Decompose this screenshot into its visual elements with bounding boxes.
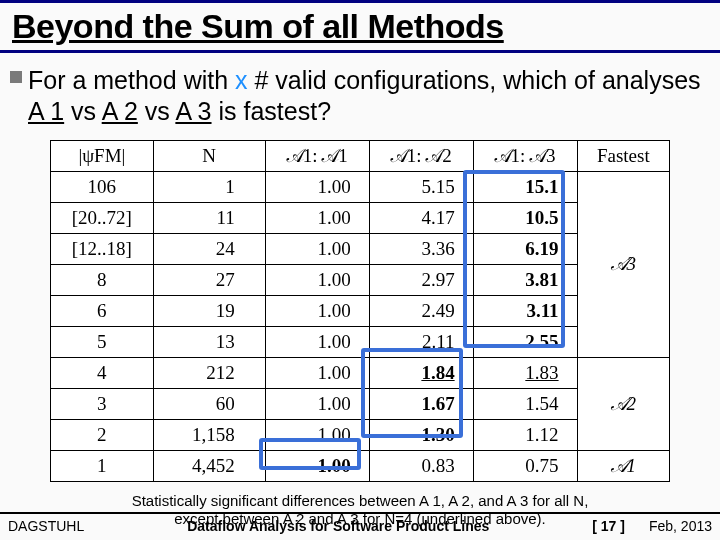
cell-psi: 2: [51, 419, 154, 450]
cell-a1a3: 3.11: [473, 295, 577, 326]
cell-a1a1: 1.00: [265, 202, 369, 233]
body-a1: A 1: [28, 97, 64, 125]
cell-n: 60: [153, 388, 265, 419]
table-header-row: |ψFM| N 𝒜1: 𝒜1 𝒜1: 𝒜2 𝒜1: 𝒜3 Fastest: [51, 140, 670, 171]
body-tail: is fastest?: [218, 97, 331, 125]
cell-a1a2: 1.84: [369, 357, 473, 388]
th-fastest: Fastest: [577, 140, 669, 171]
table-row: 21,1581.001.301.12: [51, 419, 670, 450]
body-vs2: vs: [145, 97, 176, 125]
footer-date: Feb, 2013: [649, 518, 712, 534]
cell-psi: 1: [51, 450, 154, 481]
cell-psi: 6: [51, 295, 154, 326]
cell-n: 11: [153, 202, 265, 233]
th-psi: |ψFM|: [51, 140, 154, 171]
cell-a1a3: 3.81: [473, 264, 577, 295]
cell-a1a2: 2.11: [369, 326, 473, 357]
footer: DAGSTUHL Dataflow Analysis for Software …: [0, 512, 720, 534]
cell-psi: [12..18]: [51, 233, 154, 264]
cell-fastest: 𝒜2: [577, 357, 669, 450]
table-row: 14,4521.000.830.75𝒜1: [51, 450, 670, 481]
body-a3: A 3: [175, 97, 211, 125]
cell-a1a3: 2.55: [473, 326, 577, 357]
cell-a1a1: 1.00: [265, 264, 369, 295]
table-row: 6191.002.493.11: [51, 295, 670, 326]
cell-n: 19: [153, 295, 265, 326]
body-vs1: vs: [71, 97, 102, 125]
table-row: [20..72]111.004.1710.5: [51, 202, 670, 233]
th-n: N: [153, 140, 265, 171]
cell-n: 1: [153, 171, 265, 202]
cell-a1a1: 1.00: [265, 171, 369, 202]
th-a1a2: 𝒜1: 𝒜2: [369, 140, 473, 171]
bullet-icon: [10, 71, 22, 83]
body-x: x: [235, 66, 248, 94]
cell-a1a1: 1.00: [265, 295, 369, 326]
cell-psi: 3: [51, 388, 154, 419]
cell-n: 13: [153, 326, 265, 357]
cell-a1a3: 1.12: [473, 419, 577, 450]
cell-a1a3: 10.5: [473, 202, 577, 233]
cell-a1a3: 6.19: [473, 233, 577, 264]
caption-line1: Statistically significant differences be…: [132, 492, 589, 509]
cell-a1a2: 4.17: [369, 202, 473, 233]
table-row: [12..18]241.003.366.19: [51, 233, 670, 264]
cell-n: 4,452: [153, 450, 265, 481]
cell-a1a3: 0.75: [473, 450, 577, 481]
cell-psi: 106: [51, 171, 154, 202]
cell-a1a1: 1.00: [265, 357, 369, 388]
footer-venue: DAGSTUHL: [8, 518, 84, 534]
cell-a1a3: 1.54: [473, 388, 577, 419]
footer-title: Dataflow Analysis for Software Product L…: [84, 518, 592, 534]
body-a2: A 2: [102, 97, 138, 125]
title-bar: Beyond the Sum of all Methods: [0, 0, 720, 53]
body-mid1: # valid configurations, which of analyse…: [254, 66, 700, 94]
cell-n: 1,158: [153, 419, 265, 450]
table-row: 5131.002.112.55: [51, 326, 670, 357]
cell-a1a3: 15.1: [473, 171, 577, 202]
th-a1a1: 𝒜1: 𝒜1: [265, 140, 369, 171]
page-title: Beyond the Sum of all Methods: [12, 7, 708, 46]
cell-a1a2: 3.36: [369, 233, 473, 264]
cell-n: 212: [153, 357, 265, 388]
cell-fastest: 𝒜3: [577, 171, 669, 357]
results-table: |ψFM| N 𝒜1: 𝒜1 𝒜1: 𝒜2 𝒜1: 𝒜3 Fastest 106…: [50, 140, 670, 482]
cell-a1a1: 1.00: [265, 419, 369, 450]
cell-psi: 8: [51, 264, 154, 295]
cell-n: 24: [153, 233, 265, 264]
body-paragraph: For a method with x # valid configuratio…: [0, 53, 720, 136]
table-wrap: |ψFM| N 𝒜1: 𝒜1 𝒜1: 𝒜2 𝒜1: 𝒜3 Fastest 106…: [50, 140, 670, 482]
cell-a1a2: 2.49: [369, 295, 473, 326]
cell-psi: [20..72]: [51, 202, 154, 233]
cell-a1a3: 1.83: [473, 357, 577, 388]
table-row: 10611.005.1515.1𝒜3: [51, 171, 670, 202]
cell-psi: 4: [51, 357, 154, 388]
cell-a1a1: 1.00: [265, 388, 369, 419]
body-pre: For a method with: [28, 66, 235, 94]
cell-a1a1: 1.00: [265, 233, 369, 264]
cell-a1a1: 1.00: [265, 450, 369, 481]
cell-a1a2: 5.15: [369, 171, 473, 202]
cell-a1a2: 1.30: [369, 419, 473, 450]
cell-fastest: 𝒜1: [577, 450, 669, 481]
table-row: 3601.001.671.54: [51, 388, 670, 419]
th-a1a3: 𝒜1: 𝒜3: [473, 140, 577, 171]
cell-psi: 5: [51, 326, 154, 357]
cell-a1a2: 2.97: [369, 264, 473, 295]
table-row: 42121.001.841.83𝒜2: [51, 357, 670, 388]
footer-page: [ 17 ]: [592, 518, 625, 534]
cell-a1a2: 0.83: [369, 450, 473, 481]
cell-n: 27: [153, 264, 265, 295]
cell-a1a2: 1.67: [369, 388, 473, 419]
table-row: 8271.002.973.81: [51, 264, 670, 295]
cell-a1a1: 1.00: [265, 326, 369, 357]
